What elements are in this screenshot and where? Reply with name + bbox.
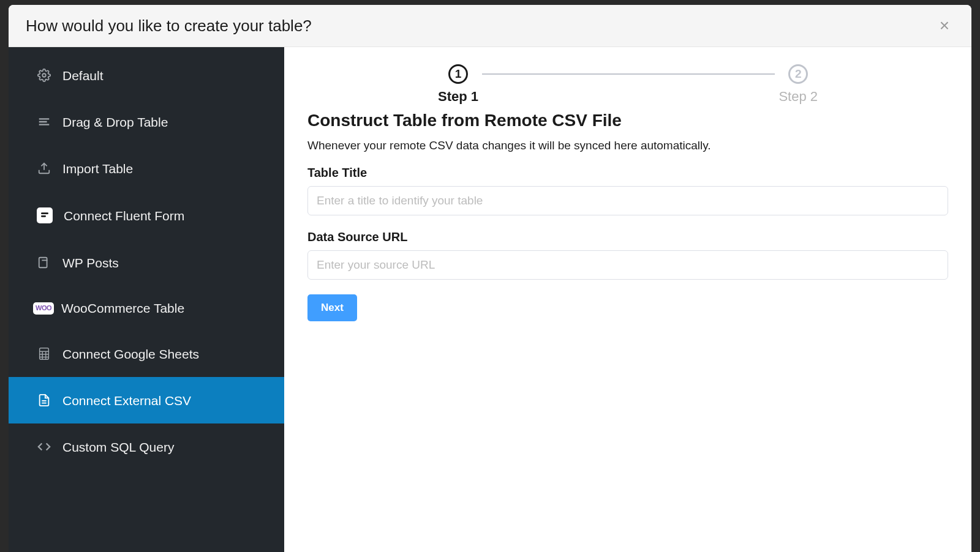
sidebar-item-label: Default	[62, 69, 104, 82]
modal-title: How would you like to create your table?	[26, 17, 312, 35]
step-2-label: Step 2	[778, 89, 818, 105]
sidebar-item-import[interactable]: Import Table	[9, 145, 284, 192]
upload-icon	[37, 161, 51, 176]
list-icon	[37, 114, 51, 129]
svg-rect-5	[41, 212, 48, 214]
sidebar-item-wp-posts[interactable]: WP Posts	[9, 239, 284, 286]
code-icon	[37, 439, 51, 454]
source-url-input[interactable]	[307, 250, 948, 280]
sidebar: Default Drag & Drop Table Import Table C…	[9, 47, 284, 552]
table-title-label: Table Title	[307, 166, 948, 180]
sidebar-item-label: Drag & Drop Table	[62, 116, 168, 129]
close-icon[interactable]: ×	[935, 15, 954, 37]
woo-icon: WOO	[33, 302, 54, 315]
step-1: 1 Step 1	[438, 64, 478, 105]
svg-rect-8	[42, 259, 47, 261]
sidebar-item-label: WP Posts	[62, 256, 119, 269]
sidebar-item-external-csv[interactable]: Connect External CSV	[9, 377, 284, 423]
step-1-circle: 1	[448, 64, 468, 84]
modal-body: Default Drag & Drop Table Import Table C…	[9, 47, 971, 552]
svg-rect-9	[40, 348, 49, 359]
sidebar-item-custom-sql[interactable]: Custom SQL Query	[9, 423, 284, 470]
spreadsheet-icon	[37, 346, 51, 361]
sidebar-item-woocommerce[interactable]: WOO WooCommerce Table	[9, 286, 284, 330]
sidebar-item-drag-drop[interactable]: Drag & Drop Table	[9, 99, 284, 145]
section-heading: Construct Table from Remote CSV File	[307, 111, 948, 130]
sidebar-item-label: WooCommerce Table	[61, 302, 184, 315]
main-content: 1 Step 1 2 Step 2 Construct Table from R…	[284, 47, 971, 552]
posts-icon	[37, 255, 51, 270]
svg-rect-6	[41, 215, 46, 217]
sidebar-item-fluent-form[interactable]: Connect Fluent Form	[9, 192, 284, 239]
sidebar-item-label: Connect Fluent Form	[64, 209, 184, 222]
stepper: 1 Step 1 2 Step 2	[438, 64, 818, 105]
sidebar-item-label: Connect Google Sheets	[62, 348, 199, 360]
create-table-modal: How would you like to create your table?…	[9, 5, 971, 552]
section-description: Whenever your remote CSV data changes it…	[307, 139, 948, 152]
source-url-label: Data Source URL	[307, 230, 948, 244]
sidebar-item-google-sheets[interactable]: Connect Google Sheets	[9, 330, 284, 377]
sidebar-item-default[interactable]: Default	[9, 52, 284, 99]
step-2-circle: 2	[788, 64, 808, 84]
form-icon	[37, 207, 53, 223]
step-1-label: Step 1	[438, 89, 478, 105]
svg-point-0	[42, 73, 46, 77]
sidebar-item-label: Custom SQL Query	[62, 441, 174, 453]
step-connector	[482, 73, 775, 75]
table-title-input[interactable]	[307, 186, 948, 215]
sidebar-item-label: Import Table	[62, 162, 133, 175]
svg-rect-7	[39, 258, 47, 268]
step-2: 2 Step 2	[778, 64, 818, 105]
next-button[interactable]: Next	[307, 294, 357, 321]
modal-header: How would you like to create your table?…	[9, 5, 971, 47]
sidebar-item-label: Connect External CSV	[62, 394, 191, 407]
file-text-icon	[37, 393, 51, 408]
gear-icon	[37, 68, 51, 83]
